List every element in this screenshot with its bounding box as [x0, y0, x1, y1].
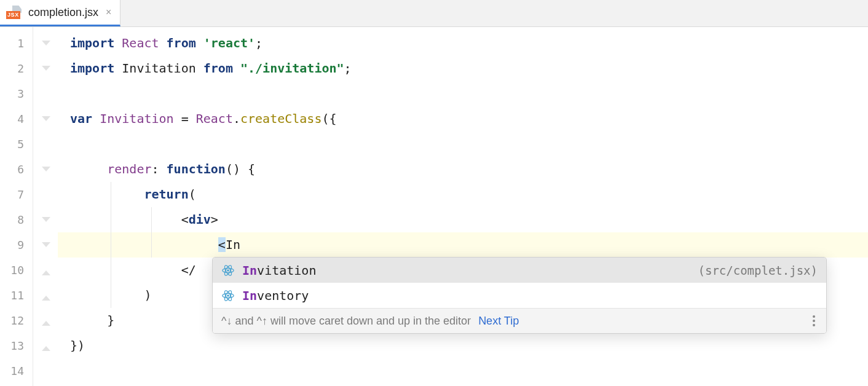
code-line[interactable]: return(	[58, 182, 868, 207]
line-number: 6	[0, 157, 33, 182]
line-number: 4	[0, 106, 33, 132]
completion-hint: ^↓ and ^↑ will move caret down and up in…	[213, 308, 826, 333]
fold-marker-icon[interactable]	[42, 66, 50, 71]
line-number: 11	[0, 283, 33, 308]
line-number: 8	[0, 207, 33, 232]
fold-marker-icon[interactable]	[42, 41, 50, 45]
fold-marker-icon[interactable]	[42, 167, 50, 171]
fold-marker-icon[interactable]	[42, 270, 50, 275]
fold-marker-icon[interactable]	[42, 296, 50, 301]
line-number: 5	[0, 132, 33, 157]
completion-tail: (src/complet.jsx)	[698, 264, 818, 277]
gutter: 1 2 3 4 5 6 7 8 9 10 11 12 13 14	[0, 27, 33, 386]
line-number: 1	[0, 31, 33, 56]
hint-text: ^↓ and ^↑ will move caret down and up in…	[221, 315, 471, 328]
completion-item[interactable]: Invitation (src/complet.jsx)	[213, 258, 826, 283]
tab-active[interactable]: JSX completion.jsx ×	[0, 0, 120, 26]
code-line[interactable]	[58, 358, 868, 384]
code-line-active[interactable]: <In	[58, 232, 868, 258]
tab-bar: JSX completion.jsx ×	[0, 0, 868, 27]
fold-marker-icon[interactable]	[42, 217, 50, 222]
completion-label: Inventory	[242, 288, 818, 303]
line-number: 14	[0, 358, 33, 384]
code-line[interactable]: <div>	[58, 207, 868, 232]
line-number: 12	[0, 308, 33, 333]
fold-marker-icon[interactable]	[42, 116, 50, 121]
svg-point-4	[227, 294, 229, 297]
code-line[interactable]: })	[58, 333, 868, 358]
fold-marker-icon[interactable]	[42, 242, 50, 247]
fold-column	[33, 27, 58, 386]
code-line[interactable]	[58, 81, 868, 106]
svg-point-0	[227, 269, 229, 272]
line-number: 10	[0, 258, 33, 283]
next-tip-link[interactable]: Next Tip	[478, 315, 519, 328]
line-number: 13	[0, 333, 33, 358]
line-number: 3	[0, 81, 33, 106]
fold-marker-icon[interactable]	[42, 346, 50, 351]
line-number: 9	[0, 232, 33, 258]
close-icon[interactable]: ×	[106, 7, 111, 18]
completion-item[interactable]: Inventory	[213, 283, 826, 308]
fold-marker-icon[interactable]	[42, 321, 50, 326]
react-icon	[221, 289, 235, 302]
kebab-icon[interactable]	[810, 313, 818, 329]
completion-label: Invitation	[242, 263, 691, 278]
code-line[interactable]: import Invitation from "./invitation";	[58, 56, 868, 81]
code-line[interactable]: render: function() {	[58, 157, 868, 182]
react-icon	[221, 264, 235, 277]
line-number: 2	[0, 56, 33, 81]
tab-filename: completion.jsx	[28, 6, 98, 19]
code-line[interactable]: import React from 'react';	[58, 31, 868, 56]
line-number: 7	[0, 182, 33, 207]
jsx-file-icon: JSX	[6, 6, 23, 19]
completion-popup: Invitation (src/complet.jsx) Inventory ^…	[212, 257, 827, 334]
code-line[interactable]	[58, 132, 868, 157]
code-line[interactable]: var Invitation = React.createClass({	[58, 106, 868, 132]
